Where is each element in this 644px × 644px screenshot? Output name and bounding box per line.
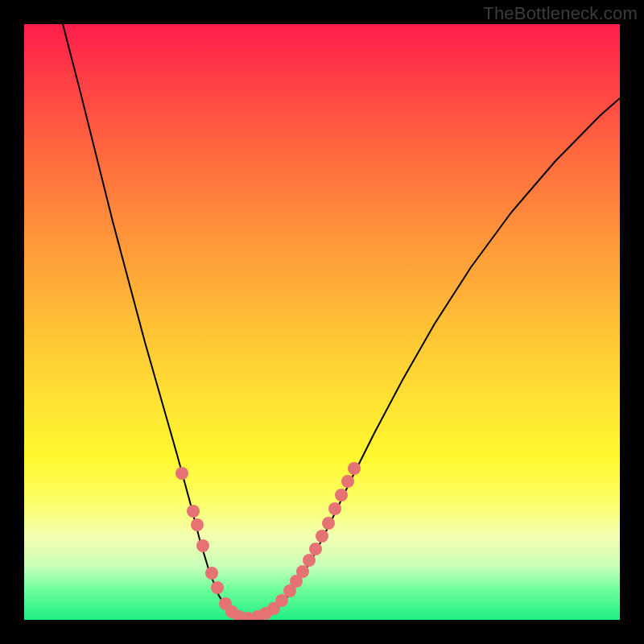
data-marker xyxy=(211,581,224,594)
data-marker xyxy=(341,475,354,488)
plot-area xyxy=(24,24,620,620)
data-marker xyxy=(335,489,348,502)
data-marker xyxy=(187,505,200,518)
data-marker xyxy=(328,502,341,515)
data-marker xyxy=(303,554,316,567)
curve-svg xyxy=(24,24,620,620)
data-marker xyxy=(196,539,209,552)
data-marker xyxy=(316,530,328,543)
bottleneck-curve xyxy=(63,24,620,617)
data-marker xyxy=(348,462,361,475)
data-marker xyxy=(175,467,188,480)
data-marker xyxy=(296,565,309,578)
data-marker xyxy=(205,567,218,580)
watermark-text: TheBottleneck.com xyxy=(483,3,638,24)
data-marker xyxy=(322,517,335,530)
data-marker xyxy=(191,518,204,531)
chart-frame: TheBottleneck.com xyxy=(0,0,644,644)
data-marker xyxy=(309,543,322,555)
marker-group xyxy=(175,462,361,620)
